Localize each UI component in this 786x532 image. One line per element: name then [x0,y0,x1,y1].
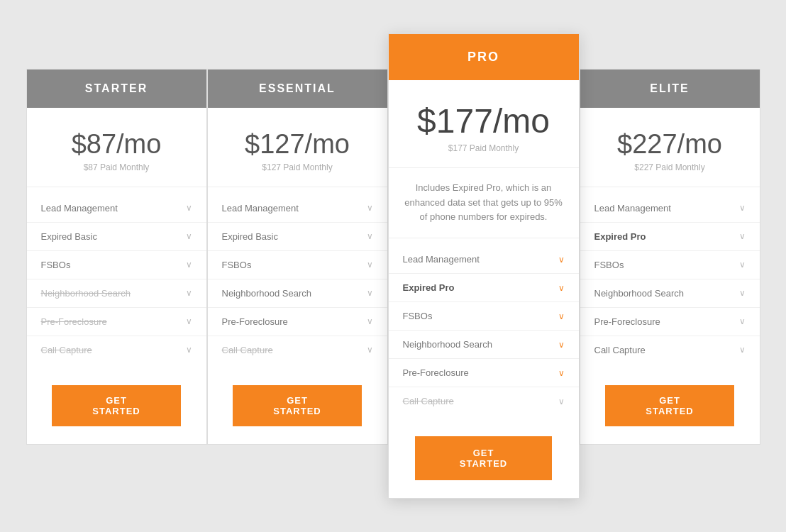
feature-name: Pre-Foreclosure [222,316,288,327]
feature-item[interactable]: Lead Management∨ [580,194,760,223]
plan-card-starter: STARTER$87/mo$87 Paid MonthlyLead Manage… [26,69,207,445]
chevron-down-icon: ∨ [367,203,373,213]
feature-name: Neighborhood Search [41,288,131,299]
chevron-down-icon: ∨ [367,231,373,241]
feature-item[interactable]: Neighborhood Search∨ [27,279,206,308]
plan-price-sub-elite: $227 Paid Monthly [594,162,746,172]
feature-item[interactable]: Call Capture∨ [27,336,206,364]
chevron-down-icon: ∨ [558,368,565,378]
cta-section-elite: GET STARTED [580,371,760,444]
plan-card-pro: PRO$177/mo$177 Paid MonthlyIncludes Expi… [388,33,580,499]
feature-name: Call Capture [594,345,646,355]
plan-price-sub-essential: $127 Paid Monthly [222,162,373,172]
chevron-down-icon: ∨ [739,203,746,213]
plan-price-section-essential: $127/mo$127 Paid Monthly [208,108,387,187]
feature-name: Neighborhood Search [403,339,492,350]
cta-section-pro: GET STARTED [389,422,579,498]
feature-item[interactable]: FSBOs∨ [208,251,387,279]
feature-item[interactable]: Neighborhood Search∨ [389,331,579,359]
feature-item[interactable]: Lead Management∨ [27,194,206,223]
chevron-down-icon: ∨ [186,260,192,270]
chevron-down-icon: ∨ [186,231,192,241]
feature-name: Neighborhood Search [594,288,684,299]
get-started-button-elite[interactable]: GET STARTED [605,385,734,426]
feature-name: FSBOs [222,260,252,270]
chevron-down-icon: ∨ [367,316,373,326]
feature-item[interactable]: Pre-Foreclosure∨ [580,308,760,336]
chevron-down-icon: ∨ [367,345,373,355]
plan-header-elite: ELITE [580,70,760,108]
feature-item[interactable]: Expired Pro∨ [580,223,760,251]
feature-name: Neighborhood Search [222,288,311,299]
plan-header-essential: ESSENTIAL [208,70,387,108]
feature-item[interactable]: FSBOs∨ [27,251,206,279]
cta-section-essential: GET STARTED [208,371,387,444]
plan-price-essential: $127/mo [222,129,373,160]
feature-name: FSBOs [594,260,624,270]
feature-name: Pre-Foreclosure [403,367,469,378]
chevron-down-icon: ∨ [558,255,565,265]
chevron-down-icon: ∨ [367,288,373,298]
feature-item[interactable]: FSBOs∨ [389,302,579,331]
feature-name: Call Capture [222,345,273,355]
feature-item[interactable]: Call Capture∨ [208,336,387,364]
chevron-down-icon: ∨ [186,316,192,326]
cta-section-starter: GET STARTED [27,371,206,444]
feature-name: Lead Management [41,203,118,214]
chevron-down-icon: ∨ [739,260,746,270]
plan-price-section-pro: $177/mo$177 Paid Monthly [389,80,579,168]
plan-price-sub-starter: $87 Paid Monthly [41,162,192,172]
feature-name: Expired Basic [41,231,97,242]
plan-price-elite: $227/mo [594,129,746,160]
feature-item[interactable]: Pre-Foreclosure∨ [27,308,206,336]
features-list-starter: Lead Management∨Expired Basic∨FSBOs∨Neig… [27,187,206,371]
feature-item[interactable]: Neighborhood Search∨ [580,279,760,308]
plan-price-pro: $177/mo [403,101,565,140]
chevron-down-icon: ∨ [186,288,192,298]
chevron-down-icon: ∨ [739,288,746,298]
chevron-down-icon: ∨ [558,311,565,321]
feature-item[interactable]: Pre-Foreclosure∨ [208,308,387,336]
feature-name: Call Capture [41,345,92,355]
feature-item[interactable]: Pre-Foreclosure∨ [389,359,579,387]
plan-header-starter: STARTER [27,70,206,108]
plan-price-section-starter: $87/mo$87 Paid Monthly [27,108,206,187]
chevron-down-icon: ∨ [558,340,565,350]
feature-name: Lead Management [594,203,671,214]
chevron-down-icon: ∨ [739,316,746,326]
plan-price-section-elite: $227/mo$227 Paid Monthly [580,108,760,187]
features-list-pro: Lead Management∨Expired Pro∨FSBOs∨Neighb… [389,238,579,422]
features-list-elite: Lead Management∨Expired Pro∨FSBOs∨Neighb… [580,187,760,371]
feature-name: Call Capture [403,396,454,406]
get-started-button-essential[interactable]: GET STARTED [233,385,361,426]
feature-item[interactable]: Expired Basic∨ [208,223,387,251]
feature-item[interactable]: Lead Management∨ [389,245,579,274]
feature-item[interactable]: Call Capture∨ [580,336,760,364]
feature-name: FSBOs [41,260,71,270]
feature-name: Lead Management [222,203,299,214]
plan-header-pro: PRO [389,34,579,80]
feature-item[interactable]: Call Capture∨ [389,387,579,415]
feature-name: Pre-Foreclosure [594,316,660,327]
feature-item[interactable]: Neighborhood Search∨ [208,279,387,308]
feature-item[interactable]: Expired Basic∨ [27,223,206,251]
feature-item[interactable]: FSBOs∨ [580,251,760,279]
feature-name: Pre-Foreclosure [41,316,107,327]
feature-item[interactable]: Expired Pro∨ [389,274,579,302]
plan-price-sub-pro: $177 Paid Monthly [403,143,565,153]
pricing-container: STARTER$87/mo$87 Paid MonthlyLead Manage… [0,12,786,520]
feature-name: Lead Management [403,254,480,265]
features-list-essential: Lead Management∨Expired Basic∨FSBOs∨Neig… [208,187,387,371]
feature-name: FSBOs [403,311,433,321]
plan-price-starter: $87/mo [41,129,192,160]
feature-name: Expired Basic [222,231,278,242]
feature-item[interactable]: Lead Management∨ [208,194,387,223]
feature-name: Expired Pro [594,231,646,242]
chevron-down-icon: ∨ [558,283,565,293]
plan-card-elite: ELITE$227/mo$227 Paid MonthlyLead Manage… [580,69,760,445]
get-started-button-pro[interactable]: GET STARTED [415,436,553,480]
feature-name: Expired Pro [403,282,455,293]
plan-card-essential: ESSENTIAL$127/mo$127 Paid MonthlyLead Ma… [207,69,388,445]
get-started-button-starter[interactable]: GET STARTED [52,385,180,426]
plan-description-pro: Includes Expired Pro, which is an enhanc… [389,168,579,238]
